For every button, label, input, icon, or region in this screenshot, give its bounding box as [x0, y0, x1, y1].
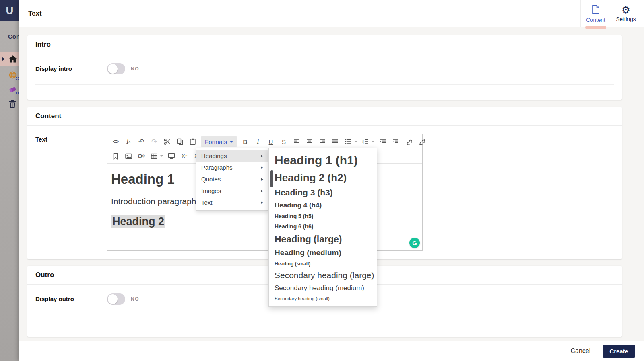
bullet-list-caret-icon[interactable] — [353, 136, 359, 147]
clear-formatting-icon[interactable]: Ix — [122, 136, 134, 147]
gear-icon: ⚙ — [621, 5, 630, 15]
numbered-list-icon[interactable]: 1 2 3 — [359, 136, 372, 147]
copy-icon[interactable] — [174, 136, 186, 147]
underline-icon[interactable]: U — [265, 136, 277, 147]
create-button[interactable]: Create — [603, 345, 635, 358]
chevron-down-icon — [230, 141, 233, 143]
align-center-icon[interactable] — [303, 136, 316, 147]
macro-icon[interactable]: ⚙⚙ — [135, 150, 147, 162]
undo-icon[interactable]: ↶ — [135, 136, 147, 147]
umbraco-logo[interactable]: U — [0, 0, 19, 21]
heading-format-option-h2[interactable]: Heading 2 (h2) — [269, 170, 377, 186]
subscript-icon[interactable]: X2 — [178, 150, 190, 162]
menu-item-label: Paragraphs — [201, 164, 233, 171]
cut-icon[interactable] — [161, 136, 173, 147]
align-right-icon[interactable] — [316, 136, 328, 147]
editor-heading-2-selected[interactable]: Heading 2 — [111, 215, 165, 228]
display-intro-label: Display intro — [35, 63, 107, 74]
tree-expand-caret-icon[interactable] — [2, 57, 4, 61]
italic-icon[interactable]: I — [252, 136, 264, 147]
align-left-icon[interactable] — [291, 136, 303, 147]
bullet-list-icon[interactable] — [342, 136, 354, 147]
home-icon — [8, 55, 17, 65]
source-code-icon[interactable]: <> — [109, 136, 122, 147]
paste-icon[interactable] — [187, 136, 199, 147]
menu-item-label: Text — [201, 199, 213, 206]
content-section-title: Content — [27, 107, 622, 126]
tree-item-wand[interactable] — [0, 83, 19, 96]
display-outro-label: Display outro — [35, 293, 107, 305]
tab-content[interactable]: Content — [580, 0, 611, 27]
submenu-scrollbar-thumb[interactable] — [270, 170, 273, 187]
document-icon — [592, 5, 600, 16]
display-intro-toggle-state: NO — [131, 66, 139, 72]
heading-format-option-hl[interactable]: Heading (large) — [269, 232, 377, 247]
tree-item-home[interactable] — [0, 52, 19, 66]
editor-topbar: Text Content ⚙ Settings — [19, 0, 644, 27]
text-field-label: Text — [35, 134, 107, 251]
menu-item-label: Headings — [201, 152, 227, 159]
formats-menu-item-text[interactable]: Text▸ — [196, 197, 268, 208]
justify-icon[interactable] — [329, 136, 341, 147]
active-tab-underline — [585, 26, 606, 29]
intro-section-title: Intro — [27, 35, 622, 54]
cancel-button[interactable]: Cancel — [570, 347, 590, 355]
menu-item-label: Quotes — [201, 176, 221, 183]
heading-format-option-shl[interactable]: Secondary heading (large) — [269, 269, 377, 282]
heading-format-option-h6[interactable]: Heading 6 (h6) — [269, 222, 377, 232]
indent-icon[interactable] — [390, 136, 402, 147]
bold-icon[interactable]: B — [239, 136, 251, 147]
svg-text:3: 3 — [363, 142, 364, 144]
numbered-list-caret-icon[interactable] — [370, 136, 376, 147]
strikethrough-icon[interactable]: S — [278, 136, 290, 147]
formats-menu-item-images[interactable]: Images▸ — [196, 185, 268, 197]
headings-submenu: Heading 1 (h1)Heading 2 (h2)Heading 3 (h… — [268, 148, 377, 307]
heading-format-option-h3[interactable]: Heading 3 (h3) — [269, 186, 377, 199]
formats-label: Formats — [205, 138, 227, 145]
outdent-icon[interactable] — [377, 136, 389, 147]
pending-changes-dots-icon — [16, 77, 19, 80]
wand-icon — [8, 85, 17, 95]
tab-settings[interactable]: ⚙ Settings — [611, 0, 641, 27]
globe-icon — [8, 71, 17, 81]
formats-menu-item-headings[interactable]: Headings▸ — [196, 150, 268, 162]
formats-dropdown-button[interactable]: Formats — [201, 136, 237, 147]
formats-menu-item-paragraphs[interactable]: Paragraphs▸ — [196, 162, 268, 173]
tab-settings-label: Settings — [616, 16, 636, 22]
tab-content-label: Content — [586, 17, 605, 23]
submenu-arrow-icon: ▸ — [261, 188, 263, 193]
display-outro-toggle[interactable] — [107, 293, 125, 305]
unlink-icon[interactable] — [415, 136, 427, 147]
image-icon[interactable] — [122, 150, 134, 162]
preview-icon[interactable] — [165, 150, 178, 162]
heading-format-option-hm[interactable]: Heading (medium) — [269, 246, 377, 259]
tree-section-label: Content — [8, 33, 19, 40]
formats-menu: Headings▸Paragraphs▸Quotes▸Images▸Text▸ — [196, 148, 268, 211]
link-icon[interactable] — [402, 136, 415, 147]
table-caret-icon[interactable] — [159, 150, 165, 162]
display-intro-toggle[interactable] — [107, 63, 125, 74]
umbraco-editor-screen: U Content — [0, 0, 644, 361]
tree-item-recycle-bin[interactable] — [0, 97, 19, 111]
display-intro-row: Display intro NO — [27, 54, 622, 74]
trash-icon — [8, 100, 17, 110]
anchor-icon[interactable] — [109, 150, 122, 162]
heading-format-option-hs[interactable]: Heading (small) — [269, 259, 377, 269]
grammarly-badge-icon[interactable]: G — [409, 238, 420, 248]
heading-format-option-h1[interactable]: Heading 1 (h1) — [269, 151, 377, 170]
page-title: Text — [28, 10, 42, 18]
editor-footer: Cancel Create — [19, 341, 644, 361]
heading-format-option-shm[interactable]: Secondary heading (medium) — [269, 282, 377, 294]
display-outro-toggle-state: NO — [131, 296, 139, 302]
heading-format-option-h4[interactable]: Heading 4 (h4) — [269, 199, 377, 211]
redo-icon[interactable]: ↷ — [148, 136, 160, 147]
formats-menu-item-quotes[interactable]: Quotes▸ — [196, 173, 268, 185]
heading-format-option-h5[interactable]: Heading 5 (h5) — [269, 211, 377, 222]
app-sidebar: U Content — [0, 0, 19, 361]
submenu-arrow-icon: ▸ — [261, 176, 263, 182]
table-icon[interactable] — [148, 150, 160, 162]
tree-item-site[interactable] — [0, 68, 19, 82]
heading-format-option-shs[interactable]: Secondary heading (small) — [269, 294, 377, 303]
submenu-arrow-icon: ▸ — [261, 200, 263, 205]
submenu-arrow-icon: ▸ — [261, 153, 263, 158]
